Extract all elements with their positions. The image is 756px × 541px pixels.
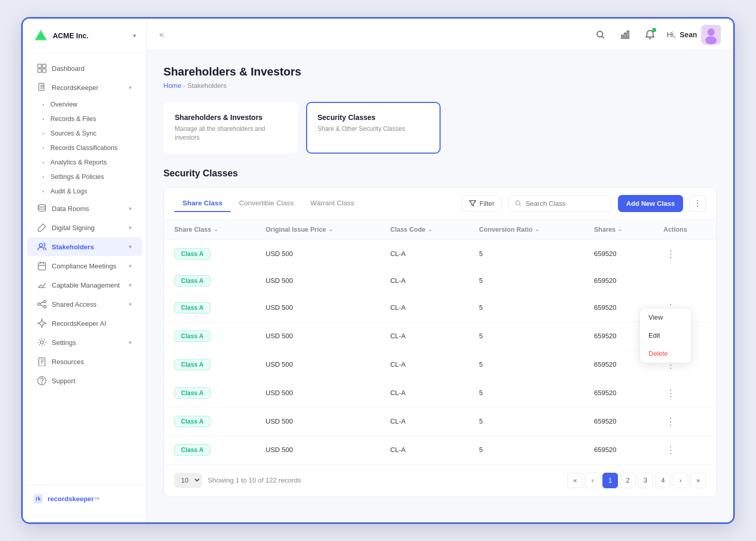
row-actions-button[interactable]: ⋮ xyxy=(663,414,678,429)
sidebar-logo[interactable]: ACME Inc. ▾ xyxy=(23,19,146,53)
context-menu-view[interactable]: View xyxy=(640,308,691,326)
sidebar-item-compliance-meetings[interactable]: Compliance Meetings ▾ xyxy=(27,257,142,275)
collapse-sidebar-button[interactable]: « xyxy=(159,30,164,39)
recordskeeper-bottom-logo-icon: rk xyxy=(33,493,43,504)
table-cell-actions xyxy=(653,268,716,293)
table-cell-code: CL-A xyxy=(380,407,469,435)
breadcrumb-home-link[interactable]: Home xyxy=(163,82,182,89)
recordskeeper-bottom-label: recordskeeper™ xyxy=(48,495,100,503)
search-class-input[interactable] xyxy=(525,200,605,207)
sidebar-sub-settings-policies[interactable]: Settings & Policies xyxy=(23,170,146,184)
shareholders-card[interactable]: Shareholders & Investors Manage all the … xyxy=(163,102,298,154)
table-cell-ratio: 5 xyxy=(469,350,584,379)
sidebar-sub-records-files[interactable]: Records & Files xyxy=(23,112,146,126)
chevron-down-icon: ▾ xyxy=(129,263,132,269)
table-cell-code: CL-A xyxy=(380,239,469,268)
sidebar-sub-sources-sync[interactable]: Sources & Sync xyxy=(23,126,146,141)
sidebar-item-digital-signing[interactable]: Digital Signing ▾ xyxy=(27,218,142,237)
next-page-button[interactable]: › xyxy=(673,473,688,488)
sidebar-item-label: Shared Access xyxy=(52,300,97,308)
filter-button[interactable]: Filter xyxy=(461,195,502,212)
breadcrumb-separator: - Stakeholders xyxy=(183,82,226,89)
last-page-button[interactable]: » xyxy=(690,473,706,488)
svg-point-24 xyxy=(705,36,717,44)
table-cell-ratio: 5 xyxy=(469,239,584,268)
tab-convertible-class[interactable]: Convertible Class xyxy=(231,195,302,212)
sidebar-item-label: RecordsKeeper AI xyxy=(52,320,107,327)
username-label: Sean xyxy=(680,31,697,39)
row-actions-button[interactable]: ⋮ xyxy=(663,443,678,457)
database-icon xyxy=(37,204,47,213)
col-original-issue-price[interactable]: Original Issue Price xyxy=(255,220,380,240)
table-cell-actions: ⋮ xyxy=(653,239,716,268)
context-menu-delete[interactable]: Delete xyxy=(640,344,691,363)
sidebar-item-dashboard[interactable]: Dashboard xyxy=(27,59,142,78)
pagination-row: 102550 Showing 1 to 10 of 122 records « … xyxy=(164,464,716,497)
search-button[interactable] xyxy=(592,26,609,43)
table-more-options-button[interactable]: ⋮ xyxy=(689,195,706,212)
tab-share-class[interactable]: Share Class xyxy=(174,195,231,212)
sidebar-item-data-rooms[interactable]: Data Rooms ▾ xyxy=(27,199,142,218)
sidebar-item-captable-management[interactable]: Captable Management ▾ xyxy=(27,276,142,294)
security-classes-card[interactable]: Security Classes Share & Other Security … xyxy=(306,102,441,154)
sidebar-item-recordskeeper[interactable]: RecordsKeeper ▾ xyxy=(27,78,142,97)
sidebar-item-support[interactable]: Support xyxy=(27,371,142,390)
sparkle-icon xyxy=(37,319,47,328)
page-4-button[interactable]: 4 xyxy=(655,473,671,488)
sidebar-item-label: Compliance Meetings xyxy=(52,262,116,270)
sidebar-item-label: Digital Signing xyxy=(52,224,95,232)
sidebar-item-recordskeeper-ai[interactable]: RecordsKeeper AI xyxy=(27,314,142,333)
page-3-button[interactable]: 3 xyxy=(638,473,653,488)
table-cell-price: USD 500 xyxy=(255,350,380,379)
add-new-class-button[interactable]: Add New Class xyxy=(618,195,683,212)
analytics-button[interactable] xyxy=(617,26,633,43)
col-class-code[interactable]: Class Code xyxy=(380,220,469,240)
tab-warrant-class[interactable]: Warrant Class xyxy=(302,195,362,212)
context-menu-edit[interactable]: Edit xyxy=(640,326,691,344)
company-chevron-icon[interactable]: ▾ xyxy=(133,32,136,39)
page-buttons: « ‹ 1 2 3 4 › » xyxy=(567,473,706,488)
chevron-down-icon: ▾ xyxy=(129,244,132,250)
search-icon xyxy=(596,30,605,39)
sidebar-item-settings[interactable]: Settings ▾ xyxy=(27,333,142,352)
sidebar-sub-analytics-reports[interactable]: Analytics & Reports xyxy=(23,155,146,170)
first-page-button[interactable]: « xyxy=(567,473,583,488)
security-classes-card-desc: Share & Other Security Classes xyxy=(317,125,429,133)
col-shares[interactable]: Shares xyxy=(584,220,653,240)
table-cell-actions: ⋮ xyxy=(653,435,716,464)
col-share-class[interactable]: Share Class xyxy=(164,220,255,240)
svg-rect-3 xyxy=(42,64,46,68)
table-cell-share-class: Class A xyxy=(164,407,255,435)
notification-dot xyxy=(652,28,656,32)
page-title: Shareholders & Investors xyxy=(163,65,717,79)
sidebar-item-label: Stakeholders xyxy=(52,243,94,251)
sidebar-item-label: RecordsKeeper xyxy=(52,84,98,92)
row-actions-button[interactable]: ⋮ xyxy=(663,386,678,400)
page-2-button[interactable]: 2 xyxy=(620,473,636,488)
showing-records-text: Showing 1 to 10 of 122 records xyxy=(208,476,561,484)
row-actions-button[interactable]: ⋮ xyxy=(663,247,678,261)
page-1-button[interactable]: 1 xyxy=(602,473,618,488)
sidebar-item-stakeholders[interactable]: Stakeholders ▾ xyxy=(27,237,142,256)
notifications-button[interactable] xyxy=(642,26,658,43)
table-cell-share-class: Class A xyxy=(164,293,255,322)
per-page-select[interactable]: 102550 xyxy=(174,473,202,488)
col-conversion-ratio[interactable]: Conversion Ratio xyxy=(469,220,584,240)
svg-point-25 xyxy=(516,201,520,205)
sidebar-sub-audit-logs[interactable]: Audit & Logs xyxy=(23,184,146,199)
svg-rect-19 xyxy=(622,35,623,38)
sidebar-sub-records-classifications[interactable]: Records Classifications xyxy=(23,141,146,155)
filter-icon xyxy=(469,200,476,207)
table-cell-code: CL-A xyxy=(380,350,469,379)
user-menu[interactable]: Hi, Sean xyxy=(667,25,721,44)
svg-point-15 xyxy=(42,383,42,383)
sidebar-item-label: Captable Management xyxy=(52,281,120,289)
prev-page-button[interactable]: ‹ xyxy=(585,473,600,488)
table-cell-code: CL-A xyxy=(380,322,469,350)
shareholders-card-title: Shareholders & Investors xyxy=(175,113,286,122)
sidebar-item-resources[interactable]: Resources xyxy=(27,352,142,371)
calendar-icon xyxy=(37,261,47,270)
sidebar-item-shared-access[interactable]: Shared Access ▾ xyxy=(27,295,142,313)
sidebar-sub-overview[interactable]: Overview xyxy=(23,97,146,112)
svg-rect-4 xyxy=(38,69,41,72)
